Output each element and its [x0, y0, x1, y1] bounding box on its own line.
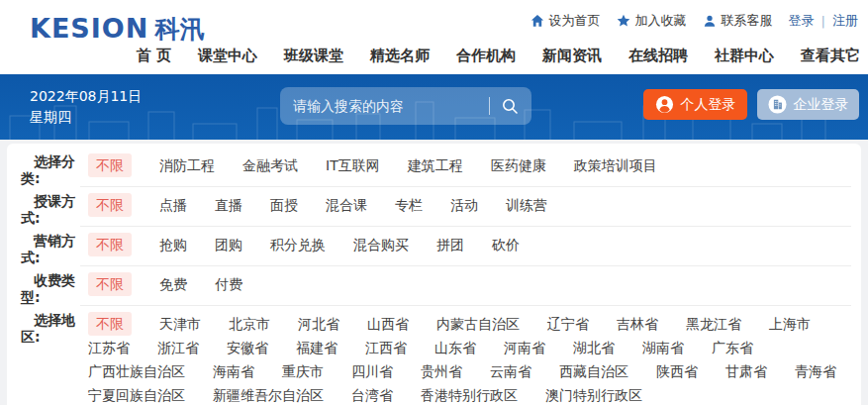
- filter-option[interactable]: 内蒙古自治区: [436, 312, 520, 336]
- nav-item-0[interactable]: 首 页: [137, 47, 171, 65]
- date-text: 2022年08月11日: [30, 86, 142, 107]
- filter-option[interactable]: 免费: [159, 272, 187, 296]
- filter-option[interactable]: 活动: [450, 193, 478, 217]
- utility-item-2[interactable]: 联系客服: [703, 12, 773, 30]
- nav-item-3[interactable]: 精选名师: [370, 47, 430, 65]
- filter-option[interactable]: 河南省: [504, 336, 545, 359]
- filter-row-1: 授课方式:不限点播直播面授混合课专栏活动训练营: [7, 187, 861, 227]
- filter-option[interactable]: 黑龙江省: [686, 312, 741, 336]
- filter-option-active[interactable]: 不限: [88, 312, 132, 336]
- nav-item-6[interactable]: 在线招聘: [628, 47, 688, 65]
- filter-option[interactable]: 金融考试: [242, 153, 298, 177]
- filter-option[interactable]: 湖北省: [573, 336, 615, 359]
- filter-option[interactable]: 广东省: [712, 336, 753, 359]
- enterprise-login-button[interactable]: 企业登录: [757, 89, 859, 120]
- filter-option[interactable]: 贵州省: [421, 359, 462, 383]
- site-logo[interactable]: KESION科汛: [30, 13, 204, 46]
- filter-option[interactable]: 直播: [215, 193, 242, 217]
- filter-option[interactable]: 训练营: [506, 193, 547, 217]
- filter-option[interactable]: 拼团: [436, 233, 464, 256]
- nav-item-8[interactable]: 查看其它: [801, 47, 860, 65]
- nav-item-7[interactable]: 社群中心: [715, 47, 774, 65]
- filter-option[interactable]: 建筑工程: [408, 153, 463, 177]
- filter-option[interactable]: 抢购: [159, 233, 187, 256]
- star-icon: [617, 14, 630, 28]
- page: KESION科汛 设为首页加入收藏联系客服 登录 | 注册 首 页课堂中心班级课…: [0, 0, 868, 405]
- filter-option[interactable]: 安徽省: [227, 336, 268, 359]
- filter-option-active[interactable]: 不限: [88, 193, 132, 217]
- search-input[interactable]: [293, 98, 485, 114]
- filter-option[interactable]: 宁夏回族自治区: [88, 383, 185, 405]
- nav-item-4[interactable]: 合作机构: [456, 47, 516, 65]
- filter-option[interactable]: 混合课: [326, 193, 367, 217]
- utility-item-0[interactable]: 设为首页: [530, 12, 601, 30]
- filter-option[interactable]: 云南省: [490, 359, 531, 383]
- filter-option[interactable]: 广西壮族自治区: [88, 359, 185, 383]
- filter-option[interactable]: 医药健康: [491, 153, 546, 177]
- weekday-text: 星期四: [30, 107, 142, 128]
- filter-option[interactable]: 上海市: [769, 312, 811, 336]
- filter-option[interactable]: 专栏: [395, 193, 423, 217]
- nav-item-5[interactable]: 新闻资讯: [542, 47, 602, 65]
- filter-option-active[interactable]: 不限: [88, 272, 132, 296]
- filter-option[interactable]: 吉林省: [617, 312, 658, 336]
- search-divider: [489, 97, 490, 115]
- filter-option[interactable]: 天津市: [159, 312, 201, 336]
- logo-text-en: KESION: [30, 13, 148, 44]
- filter-option[interactable]: 团购: [215, 233, 242, 256]
- filter-option[interactable]: 消防工程: [159, 153, 215, 177]
- filter-option-active[interactable]: 不限: [88, 233, 132, 256]
- filter-option[interactable]: 香港特别行政区: [421, 383, 518, 405]
- register-link[interactable]: 注册: [832, 12, 858, 30]
- filter-label: 营销方式:: [21, 227, 80, 266]
- filter-option[interactable]: 砍价: [492, 233, 520, 256]
- filter-option[interactable]: 新疆维吾尔自治区: [213, 383, 324, 405]
- nav-item-1[interactable]: 课堂中心: [198, 47, 257, 65]
- filter-option[interactable]: 江西省: [365, 336, 407, 359]
- filter-option[interactable]: 江苏省: [88, 336, 130, 359]
- filter-option[interactable]: 北京市: [229, 312, 270, 336]
- login-link[interactable]: 登录: [789, 12, 815, 30]
- filter-option[interactable]: 混合购买: [353, 233, 409, 256]
- filter-label: 收费类型:: [21, 266, 80, 306]
- filter-row-3: 收费类型:不限免费付费: [7, 266, 861, 306]
- filter-options: 不限免费付费: [80, 266, 851, 306]
- filter-option[interactable]: 政策培训项目: [574, 153, 657, 177]
- filter-option[interactable]: 辽宁省: [547, 312, 589, 336]
- filter-option[interactable]: 河北省: [298, 312, 339, 336]
- personal-login-button[interactable]: 个人登录: [643, 89, 747, 120]
- main-nav: 首 页课堂中心班级课堂精选名师合作机构新闻资讯在线招聘社群中心查看其它: [137, 47, 860, 65]
- utility-item-1[interactable]: 加入收藏: [617, 12, 687, 30]
- enterprise-login-label: 企业登录: [794, 96, 849, 114]
- filter-option[interactable]: 点播: [159, 193, 187, 217]
- filter-option[interactable]: 陕西省: [656, 359, 698, 383]
- filter-option[interactable]: 西藏自治区: [559, 359, 628, 383]
- filter-option[interactable]: 台湾省: [351, 383, 393, 405]
- search-icon[interactable]: [501, 97, 519, 115]
- filter-option[interactable]: 重庆市: [282, 359, 324, 383]
- filter-option[interactable]: 浙江省: [157, 336, 199, 359]
- utility-item-label: 加入收藏: [635, 12, 687, 30]
- filter-option[interactable]: IT互联网: [326, 153, 380, 177]
- filter-option[interactable]: 澳门特别行政区: [545, 383, 642, 405]
- filter-option-active[interactable]: 不限: [88, 153, 132, 177]
- filter-option[interactable]: 四川省: [351, 359, 393, 383]
- filter-option[interactable]: 面授: [270, 193, 298, 217]
- filter-option[interactable]: 甘肃省: [725, 359, 767, 383]
- filter-option[interactable]: 青海省: [795, 359, 836, 383]
- date-block: 2022年08月11日 星期四: [30, 86, 142, 128]
- auth-links: 登录 | 注册: [789, 12, 858, 30]
- nav-item-2[interactable]: 班级课堂: [284, 47, 343, 65]
- filter-option[interactable]: 湖南省: [642, 336, 684, 359]
- site-header: KESION科汛 设为首页加入收藏联系客服 登录 | 注册 首 页课堂中心班级课…: [0, 0, 868, 74]
- filter-option[interactable]: 付费: [215, 272, 242, 296]
- filter-options: 不限消防工程金融考试IT互联网建筑工程医药健康政策培训项目: [80, 148, 851, 187]
- auth-divider: |: [821, 14, 825, 29]
- filter-option[interactable]: 积分兑换: [270, 233, 326, 256]
- filter-option[interactable]: 山西省: [367, 312, 409, 336]
- filter-panel: 选择分类:不限消防工程金融考试IT互联网建筑工程医药健康政策培训项目授课方式:不…: [7, 144, 861, 405]
- filter-options: 不限抢购团购积分兑换混合购买拼团砍价: [80, 227, 851, 266]
- filter-option[interactable]: 山东省: [434, 336, 476, 359]
- filter-option[interactable]: 福建省: [296, 336, 338, 359]
- filter-option[interactable]: 海南省: [213, 359, 254, 383]
